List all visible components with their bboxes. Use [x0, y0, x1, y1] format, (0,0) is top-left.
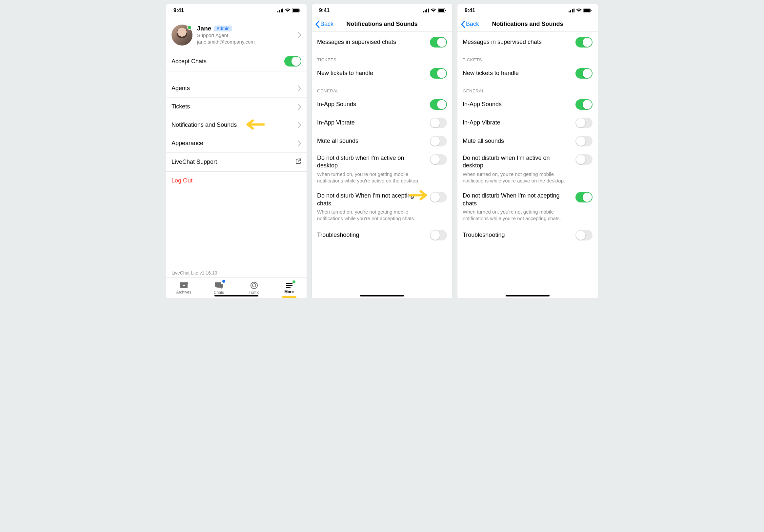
- row-troubleshooting: Troubleshooting: [312, 226, 452, 244]
- svg-rect-15: [423, 11, 424, 12]
- version-label: LiveChat Lite v1.16.10: [171, 270, 217, 276]
- more-screen: 9:41 Jane Admin Support Agent jane.smith…: [166, 4, 307, 299]
- cellular-icon: [423, 9, 429, 12]
- row-dnd-not-accepting: Do not disturb When I'm not acepting cha…: [458, 188, 598, 226]
- notification-dot-icon: [292, 280, 295, 283]
- svg-rect-2: [281, 9, 282, 12]
- notifications-screen-b: 9:41 Back Notifications and Sounds Messa…: [457, 4, 598, 299]
- nav-bar: Back Notifications and Sounds: [312, 17, 452, 32]
- chevron-right-icon: [298, 32, 301, 38]
- troubleshooting-toggle[interactable]: [430, 230, 447, 240]
- status-bar: 9:41: [166, 4, 306, 17]
- svg-rect-25: [573, 9, 574, 12]
- chevron-right-icon: [298, 85, 301, 91]
- row-dnd-desktop: Do not disturb when I'm active on deskto…: [312, 150, 452, 188]
- dnd-desktop-toggle[interactable]: [575, 154, 593, 165]
- row-mute-all: Mute all sounds: [312, 132, 452, 150]
- cellular-icon: [569, 9, 574, 12]
- svg-rect-22: [569, 11, 570, 12]
- svg-rect-17: [426, 9, 427, 12]
- row-label: In-App Sounds: [463, 100, 571, 108]
- supervised-toggle[interactable]: [430, 37, 447, 48]
- row-label: In-App Sounds: [317, 100, 425, 108]
- row-mute-all: Mute all sounds: [458, 132, 598, 150]
- section-header-general: GENERAL: [458, 82, 598, 95]
- chevron-right-icon: [298, 104, 301, 110]
- row-in-app-vibrate: In-App Vibrate: [458, 114, 598, 132]
- user-role: Support Agent: [197, 32, 293, 39]
- dnd-desktop-toggle[interactable]: [430, 154, 447, 165]
- menu-item-notifications[interactable]: Notifications and Sounds: [166, 116, 306, 134]
- svg-rect-16: [425, 10, 426, 12]
- row-label: Troubleshooting: [317, 231, 425, 239]
- accept-chats-toggle[interactable]: [284, 56, 301, 66]
- chevron-right-icon: [298, 141, 301, 146]
- external-link-icon: [295, 158, 301, 166]
- user-name: Jane: [197, 25, 211, 32]
- row-label: Do not disturb When I'm not acepting cha…: [317, 192, 425, 207]
- supervised-toggle[interactable]: [575, 37, 593, 48]
- status-time: 9:41: [319, 8, 329, 13]
- svg-rect-23: [570, 10, 571, 12]
- in-app-sounds-toggle[interactable]: [575, 99, 593, 110]
- menu-item-logout[interactable]: Log Out: [166, 172, 306, 190]
- tab-archives[interactable]: Archives: [166, 278, 201, 299]
- row-supervised-chats: Messages in supervised chats: [458, 33, 598, 52]
- archive-icon: [180, 282, 188, 289]
- home-indicator: [214, 295, 259, 297]
- new-tickets-toggle[interactable]: [575, 68, 593, 78]
- svg-rect-14: [286, 287, 290, 288]
- row-desc: When turned on, you're not getting mobil…: [317, 209, 425, 222]
- svg-rect-1: [279, 10, 280, 12]
- section-header-general: GENERAL: [312, 82, 452, 95]
- svg-rect-20: [438, 9, 444, 12]
- mute-all-toggle[interactable]: [575, 136, 593, 146]
- row-dnd-not-accepting: Do not disturb When I'm not acepting cha…: [312, 188, 452, 226]
- notification-dot-icon: [222, 280, 225, 283]
- back-button[interactable]: Back: [315, 21, 333, 28]
- tab-label: Archives: [176, 290, 191, 295]
- menu-label: Log Out: [171, 177, 192, 184]
- svg-rect-5: [293, 9, 299, 12]
- svg-rect-28: [591, 10, 592, 11]
- row-label: In-App Vibrate: [463, 119, 571, 126]
- menu-item-tickets[interactable]: Tickets: [166, 97, 306, 116]
- menu-item-appearance[interactable]: Appearance: [166, 134, 306, 152]
- row-desc: When turned on, you're not getting mobil…: [463, 171, 571, 185]
- row-new-tickets: New tickets to handle: [312, 64, 452, 82]
- dnd-not-accepting-toggle[interactable]: [575, 192, 593, 202]
- svg-rect-0: [278, 11, 279, 12]
- section-header-tickets: TICKETS: [458, 52, 598, 64]
- arrow-annotation-icon: [245, 119, 265, 130]
- row-label: Do not disturb when I'm active on deskto…: [463, 154, 571, 170]
- svg-rect-3: [282, 9, 283, 12]
- back-button[interactable]: Back: [461, 21, 479, 28]
- row-label: Troubleshooting: [463, 231, 571, 239]
- mute-all-toggle[interactable]: [430, 136, 447, 146]
- in-app-vibrate-toggle[interactable]: [430, 118, 447, 128]
- settings-list[interactable]: Messages in supervised chats TICKETS New…: [312, 32, 452, 299]
- row-supervised-chats: Messages in supervised chats: [312, 33, 452, 52]
- row-desc: When turned on, you're not getting mobil…: [317, 171, 425, 185]
- row-label: New tickets to handle: [317, 69, 425, 77]
- dnd-not-accepting-toggle[interactable]: [430, 192, 447, 202]
- row-label: Messages in supervised chats: [317, 38, 425, 46]
- settings-list[interactable]: Messages in supervised chats TICKETS New…: [458, 32, 598, 299]
- svg-rect-7: [180, 284, 188, 288]
- chats-icon: [214, 281, 224, 289]
- in-app-vibrate-toggle[interactable]: [575, 118, 593, 128]
- menu-item-agents[interactable]: Agents: [166, 79, 306, 97]
- menu-item-support[interactable]: LiveChat Support: [166, 152, 306, 171]
- tab-more[interactable]: More: [272, 278, 306, 299]
- row-troubleshooting: Troubleshooting: [458, 226, 598, 244]
- troubleshooting-toggle[interactable]: [575, 230, 593, 240]
- tab-label: Chats: [214, 290, 224, 295]
- profile-row[interactable]: Jane Admin Support Agent jane.smith@comp…: [166, 17, 306, 52]
- new-tickets-toggle[interactable]: [430, 68, 447, 78]
- avatar-wrap: [171, 25, 192, 46]
- in-app-sounds-toggle[interactable]: [430, 99, 447, 110]
- chevron-left-icon: [461, 21, 465, 28]
- battery-icon: [583, 9, 592, 12]
- notifications-screen-a: 9:41 Back Notifications and Sounds Messa…: [311, 4, 453, 299]
- row-label: Do not disturb When I'm not acepting cha…: [463, 192, 571, 207]
